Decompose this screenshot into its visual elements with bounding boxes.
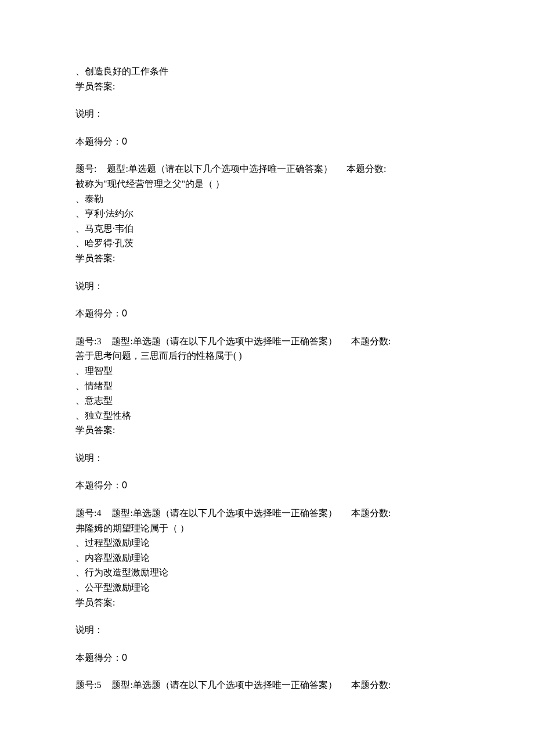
explain-label: 说明： — [75, 451, 459, 466]
question-header: 题号:5 题型:单选题（请在以下几个选项中选择唯一正确答案） 本题分数: — [75, 678, 459, 693]
qtype-label: 题型:单选题（请在以下几个选项中选择唯一正确答案） — [107, 161, 332, 177]
question-stem: 弗隆姆的期望理论属于（ ） — [75, 521, 459, 536]
option-text: 、泰勒 — [75, 192, 459, 207]
qtype-label: 题型:单选题（请在以下几个选项中选择唯一正确答案） — [111, 506, 337, 521]
qtype-label: 题型:单选题（请在以下几个选项中选择唯一正确答案） — [111, 334, 337, 349]
qnum-label: 题号:3 — [75, 334, 101, 349]
question-header: 题号:4 题型:单选题（请在以下几个选项中选择唯一正确答案） 本题分数: — [75, 506, 459, 521]
option-text: 、创造良好的工作条件 — [75, 64, 459, 79]
score-line: 本题得分：0 — [75, 306, 459, 321]
document-page: 、创造良好的工作条件 学员答案: 说明： 本题得分：0 题号: 题型:单选题（请… — [0, 0, 534, 756]
qnum-label: 题号:5 — [75, 678, 101, 693]
score-value: 0 — [122, 136, 127, 146]
score-line: 本题得分：0 — [75, 134, 459, 149]
option-text: 、亨利·法约尔 — [75, 206, 459, 221]
score-value: 0 — [122, 480, 127, 490]
score-line: 本题得分：0 — [75, 650, 459, 665]
question-stem: 善于思考问题，三思而后行的性格属于( ) — [75, 348, 459, 363]
option-text: 、马克思·韦伯 — [75, 221, 459, 236]
option-text: 、行为改造型激励理论 — [75, 565, 459, 580]
option-text: 、情绪型 — [75, 379, 459, 394]
score-line: 本题得分：0 — [75, 478, 459, 493]
student-answer-label: 学员答案: — [75, 251, 459, 266]
question-header: 题号:3 题型:单选题（请在以下几个选项中选择唯一正确答案） 本题分数: — [75, 334, 459, 349]
question-stem: 被称为"现代经营管理之父"的是（ ） — [75, 177, 459, 192]
explain-label: 说明： — [75, 279, 459, 294]
option-text: 、哈罗得·孔茨 — [75, 236, 459, 251]
question-header: 题号: 题型:单选题（请在以下几个选项中选择唯一正确答案） 本题分数: — [75, 161, 459, 177]
option-text: 、意志型 — [75, 393, 459, 408]
option-text: 、过程型激励理论 — [75, 535, 459, 550]
student-answer-label: 学员答案: — [75, 595, 459, 610]
qpoints-label: 本题分数: — [347, 161, 386, 177]
qnum-label: 题号: — [75, 161, 96, 177]
score-value: 0 — [122, 653, 127, 663]
option-text: 、公平型激励理论 — [75, 580, 459, 595]
option-text: 、独立型性格 — [75, 408, 459, 423]
score-prefix: 本题得分： — [75, 308, 122, 318]
option-text: 、理智型 — [75, 363, 459, 379]
score-prefix: 本题得分： — [75, 653, 122, 663]
qnum-label: 题号:4 — [75, 506, 101, 521]
qpoints-label: 本题分数: — [351, 678, 391, 693]
score-value: 0 — [122, 308, 127, 318]
qpoints-label: 本题分数: — [351, 506, 391, 521]
explain-label: 说明： — [75, 106, 459, 121]
score-prefix: 本题得分： — [75, 480, 122, 490]
qtype-label: 题型:单选题（请在以下几个选项中选择唯一正确答案） — [111, 678, 337, 693]
explain-label: 说明： — [75, 622, 459, 638]
option-text: 、内容型激励理论 — [75, 550, 459, 566]
student-answer-label: 学员答案: — [75, 79, 459, 94]
qpoints-label: 本题分数: — [351, 334, 391, 349]
student-answer-label: 学员答案: — [75, 423, 459, 438]
score-prefix: 本题得分： — [75, 136, 122, 146]
